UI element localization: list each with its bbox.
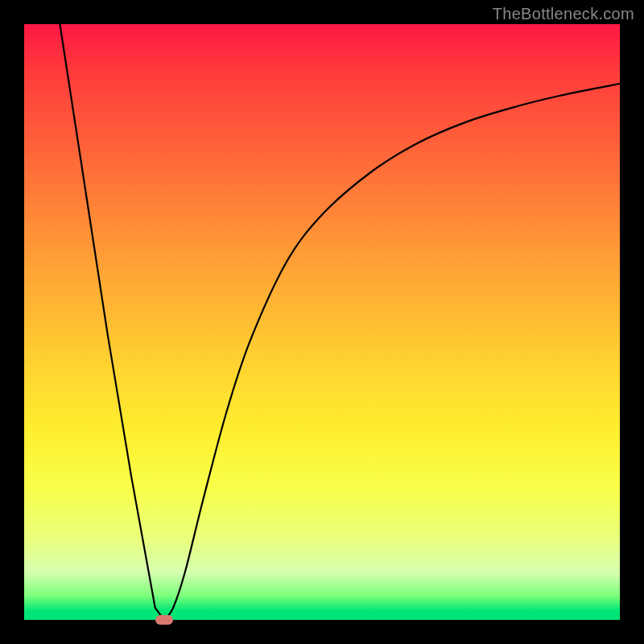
chart-minimum-marker	[155, 615, 173, 625]
chart-line	[60, 24, 620, 620]
chart-curve-svg	[24, 24, 620, 620]
watermark-text: TheBottleneck.com	[493, 5, 634, 23]
chart-plot-area	[24, 24, 620, 620]
